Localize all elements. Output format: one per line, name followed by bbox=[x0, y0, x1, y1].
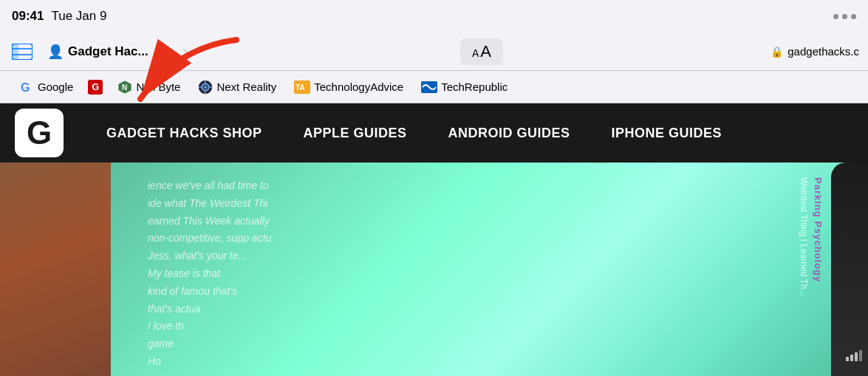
technologyadvice-icon: TA bbox=[294, 81, 310, 94]
content-area: ience we've all had time to ide what The… bbox=[0, 163, 868, 376]
svg-rect-1 bbox=[12, 44, 18, 60]
screen-line-6: My tease is that bbox=[148, 265, 757, 283]
svg-point-10 bbox=[204, 86, 207, 89]
navigation-arrows: ‹ › bbox=[162, 41, 193, 62]
right-text: Weirdest Thing I Learned Th... bbox=[799, 177, 809, 296]
screen-line-8: that's actua bbox=[148, 301, 757, 318]
nextreality-icon bbox=[198, 80, 213, 95]
nav-item-android[interactable]: ANDROID GUIDES bbox=[428, 103, 591, 163]
screen-line-3: earned This Week actually bbox=[148, 213, 757, 230]
svg-text:G: G bbox=[21, 81, 30, 94]
sidebar-toggle-button[interactable] bbox=[9, 41, 35, 62]
bookmark-techrepublic-label: TechRepublic bbox=[441, 81, 508, 93]
bookmark-nextreality[interactable]: Next Reality bbox=[189, 77, 285, 98]
screen-line-7: kind of famou that's bbox=[148, 283, 757, 301]
nav-item-apple[interactable]: APPLE GUIDES bbox=[283, 103, 428, 163]
site-header: G GADGET HACKS SHOP APPLE GUIDES ANDROID… bbox=[0, 103, 868, 163]
bookmark-techrepublic[interactable]: TechRepublic bbox=[412, 78, 516, 96]
screen-line-10: game bbox=[148, 335, 757, 353]
status-left: 09:41 Tue Jan 9 bbox=[12, 9, 106, 24]
svg-text:TA: TA bbox=[295, 83, 305, 92]
site-name-button[interactable]: 👤 Gadget Hac... bbox=[41, 41, 154, 63]
nav-item-shop[interactable]: GADGET HACKS SHOP bbox=[86, 103, 283, 163]
site-name-label: Gadget Hac... bbox=[68, 44, 148, 59]
screen-line-2: ide what The Weirdest Thi bbox=[148, 195, 757, 213]
bookmark-google-label: Google bbox=[38, 81, 73, 93]
bookmark-nullbyte[interactable]: N Null Byte bbox=[109, 77, 189, 98]
status-right bbox=[833, 14, 856, 19]
back-arrow-button[interactable]: ‹ bbox=[162, 41, 177, 62]
bookmarks-bar: G Google G N Null Byte Next Reality bbox=[0, 71, 868, 103]
font-size-button[interactable]: A A bbox=[460, 38, 503, 65]
dot-3 bbox=[851, 14, 856, 19]
nav-item-iphone[interactable]: IPHONE GUIDES bbox=[591, 103, 743, 163]
signal-indicator bbox=[846, 350, 862, 361]
bookmark-google[interactable]: G Google bbox=[12, 78, 82, 97]
screen-line-5: Jess, what's your te... bbox=[148, 247, 757, 265]
nav-bar: 👤 Gadget Hac... ‹ › A A 🔒 gadgethacks.c bbox=[0, 33, 868, 71]
screen-line-9: I love th bbox=[148, 318, 757, 335]
site-logo[interactable]: G bbox=[15, 109, 64, 157]
bookmark-nextreality-label: Next Reality bbox=[216, 81, 276, 93]
techrepublic-icon bbox=[421, 81, 437, 93]
phone-device-edge bbox=[831, 163, 868, 376]
forward-arrow-button[interactable]: › bbox=[178, 41, 193, 62]
bookmark-nullbyte-label: Null Byte bbox=[136, 81, 180, 93]
font-small-label: A bbox=[472, 47, 479, 59]
svg-text:N: N bbox=[122, 83, 127, 92]
signal-bar-3 bbox=[855, 352, 858, 361]
lock-icon: 🔒 bbox=[770, 46, 783, 58]
nav-right: 🔒 gadgethacks.c bbox=[770, 45, 859, 58]
nav-center: A A bbox=[205, 38, 759, 65]
dot-2 bbox=[842, 14, 847, 19]
screen-line-11: Ho bbox=[148, 353, 757, 371]
gadgethacks-favicon: G bbox=[88, 80, 103, 95]
dot-1 bbox=[833, 14, 838, 19]
screen-line-4: non-competitive, supp actu bbox=[148, 230, 757, 247]
site-navigation: GADGET HACKS SHOP APPLE GUIDES ANDROID G… bbox=[86, 103, 742, 163]
person-icon: 👤 bbox=[47, 44, 64, 60]
status-time: 09:41 bbox=[12, 9, 44, 24]
signal-bar-2 bbox=[850, 355, 853, 361]
bookmark-gadgethacks[interactable]: G bbox=[82, 77, 109, 98]
bookmark-technologyadvice[interactable]: TA TechnologyAdvice bbox=[285, 78, 412, 97]
signal-bar-4 bbox=[859, 350, 862, 361]
status-bar: 09:41 Tue Jan 9 bbox=[0, 0, 868, 33]
purple-vertical-text: Parking Psychology bbox=[813, 177, 824, 282]
site-logo-letter: G bbox=[27, 117, 52, 149]
bookmark-technologyadvice-label: TechnologyAdvice bbox=[314, 81, 403, 93]
screen-text-content: ience we've all had time to ide what The… bbox=[148, 177, 757, 376]
google-icon: G bbox=[21, 81, 34, 94]
more-dots bbox=[833, 14, 856, 19]
signal-bar-1 bbox=[846, 357, 849, 361]
font-large-label: A bbox=[480, 42, 491, 61]
nullbyte-icon: N bbox=[117, 80, 132, 95]
screen-line-1: ience we've all had time to bbox=[148, 177, 757, 195]
url-text[interactable]: gadgethacks.c bbox=[787, 45, 859, 58]
status-date: Tue Jan 9 bbox=[51, 9, 106, 24]
